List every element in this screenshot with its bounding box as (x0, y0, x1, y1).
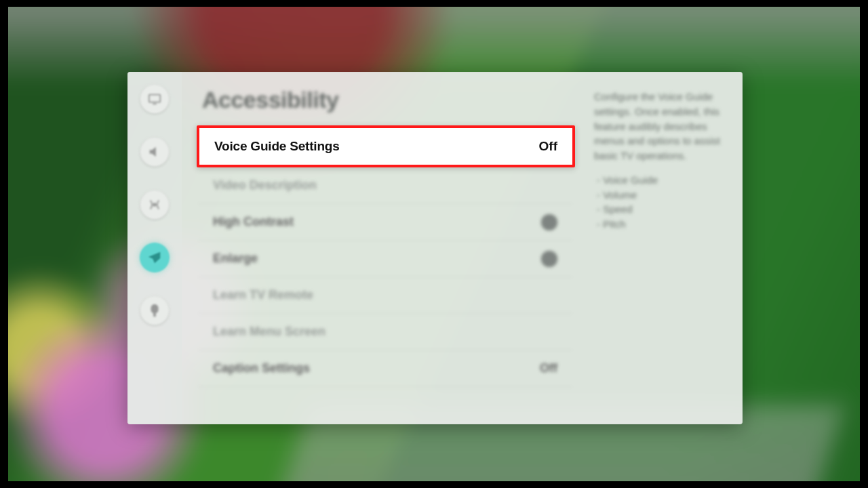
setting-value: Off (540, 361, 557, 375)
settings-panel: Accessibility Voice Guide Settings Off V… (127, 72, 743, 424)
setting-label: Learn TV Remote (213, 288, 313, 302)
setting-caption-settings[interactable]: Caption Settings Off (198, 350, 572, 387)
setting-label: Caption Settings (213, 361, 310, 375)
sidebar-item-broadcast[interactable] (140, 190, 170, 220)
setting-learn-tv-remote[interactable]: Learn TV Remote (198, 277, 572, 314)
settings-sidebar (127, 72, 182, 424)
picture-icon (147, 92, 162, 106)
page-title: Accessibility (198, 87, 583, 113)
pillar-right (860, 0, 868, 488)
sidebar-item-support[interactable] (140, 296, 170, 325)
svg-point-1 (153, 203, 157, 207)
broadcast-icon (147, 197, 162, 212)
help-panel: Configure the Voice Guide settings. Once… (583, 72, 743, 424)
sidebar-item-picture[interactable] (140, 84, 170, 114)
letterbox-top (0, 0, 868, 7)
setting-enlarge[interactable]: Enlarge (198, 241, 572, 277)
help-bullet: Voice Guide (597, 173, 730, 188)
help-bullet: Speed (597, 202, 730, 217)
setting-learn-menu-screen[interactable]: Learn Menu Screen (198, 314, 572, 350)
setting-label: Video Description (213, 178, 317, 192)
sidebar-item-general[interactable] (140, 243, 170, 272)
pillar-left (0, 0, 8, 488)
setting-high-contrast[interactable]: High Contrast (198, 204, 572, 241)
svg-rect-0 (149, 95, 161, 102)
toggle-icon (541, 214, 557, 230)
help-bullet: Volume (597, 188, 730, 203)
sidebar-item-sound[interactable] (140, 137, 170, 167)
setting-label: High Contrast (213, 215, 294, 229)
setting-value: Off (539, 139, 557, 154)
letterbox-bottom (0, 481, 868, 488)
toggle-icon (541, 251, 557, 267)
help-bullets: Voice Guide Volume Speed Pitch (594, 173, 730, 232)
setting-label: Voice Guide Settings (214, 139, 340, 154)
support-icon (147, 303, 162, 318)
help-description: Configure the Voice Guide settings. Once… (594, 89, 730, 163)
settings-main: Accessibility Voice Guide Settings Off V… (182, 72, 583, 424)
setting-video-description[interactable]: Video Description (198, 167, 572, 204)
setting-voice-guide[interactable]: Voice Guide Settings Off (197, 125, 575, 167)
setting-label: Enlarge (213, 251, 258, 266)
sound-icon (147, 144, 162, 159)
setting-label: Learn Menu Screen (213, 325, 326, 339)
settings-list: Voice Guide Settings Off Video Descripti… (198, 125, 572, 387)
general-icon (147, 250, 162, 265)
help-bullet: Pitch (597, 217, 730, 232)
